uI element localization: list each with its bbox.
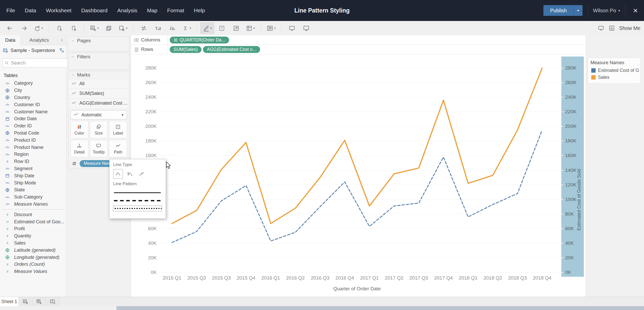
- line-type-jump-button[interactable]: [137, 169, 146, 179]
- dropdown-caret-icon[interactable]: ▾: [97, 26, 99, 30]
- field-longitude-generated[interactable]: Longitude (generated): [0, 254, 66, 261]
- columns-shelf[interactable]: Columns QUARTER(Order Da...: [131, 35, 586, 45]
- line-pattern-solid-option[interactable]: [113, 191, 162, 194]
- field-ship-mode[interactable]: AbcShip Mode: [0, 179, 66, 186]
- toolbar-back-button[interactable]: [3, 23, 17, 34]
- toolbar-presentation-mode-button[interactable]: [299, 23, 313, 34]
- field-region[interactable]: AbcRegion: [0, 151, 66, 158]
- toolbar-text-label-button[interactable]: T: [215, 23, 229, 34]
- collapse-chevron-icon[interactable]: [71, 39, 75, 43]
- field-country[interactable]: Country: [0, 94, 66, 101]
- marks-target-agg-estimated-cost[interactable]: AGG(Estimated Cost ...: [68, 98, 129, 108]
- marks-target-sum-sales[interactable]: SUM(Sales): [68, 88, 129, 98]
- toolbar-forward-button[interactable]: [17, 23, 31, 34]
- toolbar-redo-button[interactable]: ▾: [31, 23, 45, 34]
- dropdown-caret-icon[interactable]: ▾: [274, 26, 276, 30]
- menu-analysis[interactable]: Analysis: [112, 0, 142, 21]
- collapse-chevron-icon[interactable]: [71, 55, 75, 59]
- field-state[interactable]: State: [0, 186, 66, 194]
- dropdown-caret-icon[interactable]: ▾: [41, 26, 43, 30]
- close-icon[interactable]: ×: [630, 6, 640, 15]
- new-story-button[interactable]: [46, 297, 59, 306]
- field-customer-id[interactable]: AbcCustomer ID: [0, 101, 66, 108]
- toolbar-clear-sheet-button[interactable]: ▾: [116, 23, 130, 34]
- toolbar-show-hide-cards-button[interactable]: ▾: [264, 23, 278, 34]
- plot-area[interactable]: [131, 54, 586, 296]
- rows-pill[interactable]: SUM(Sales): [170, 46, 201, 53]
- menu-map[interactable]: Map: [142, 0, 162, 21]
- line-type-step-button[interactable]: [125, 169, 135, 179]
- tooltip-button[interactable]: Tooltip: [90, 140, 108, 157]
- device-preview-icon[interactable]: [598, 25, 604, 31]
- color-legend[interactable]: Measure Names Estimated Cost of Go...Sal…: [588, 58, 641, 84]
- menu-help[interactable]: Help: [189, 0, 210, 21]
- new-dashboard-button[interactable]: [32, 297, 46, 306]
- field-product-name[interactable]: AbcProduct Name: [0, 144, 66, 151]
- user-menu[interactable]: Wilson Po▾: [593, 8, 620, 14]
- field-orders-count[interactable]: #Orders (Count): [0, 261, 66, 268]
- tab-data[interactable]: Data: [0, 35, 20, 45]
- toolbar-fit-annotate-button[interactable]: [229, 23, 243, 34]
- field-city[interactable]: City: [0, 87, 66, 94]
- search-input[interactable]: [10, 60, 71, 66]
- dropdown-caret-icon[interactable]: ▾: [253, 26, 255, 30]
- size-button[interactable]: Size: [90, 121, 108, 138]
- toolbar-totals-button[interactable]: Σ▾: [180, 23, 194, 34]
- field-sales[interactable]: #Sales: [0, 240, 66, 247]
- legend-item[interactable]: Estimated Cost of Go...: [588, 67, 641, 74]
- field-measure-names[interactable]: AbcMeasure Names: [0, 201, 66, 208]
- toolbar-sort-ascending-button[interactable]: [151, 23, 165, 34]
- rows-pill[interactable]: AGG(Estimated Cost o...: [203, 46, 260, 53]
- dropdown-caret-icon[interactable]: ▾: [190, 26, 191, 30]
- dropdown-caret-icon[interactable]: ▾: [126, 26, 127, 30]
- field-discount[interactable]: #Discount: [0, 211, 66, 218]
- menu-format[interactable]: Format: [162, 0, 189, 21]
- field-customer-name[interactable]: AbcCustomer Name: [0, 108, 66, 115]
- field-row-id[interactable]: #Row ID: [0, 158, 66, 165]
- menu-file[interactable]: File: [2, 0, 20, 21]
- toolbar-new-worksheet-button[interactable]: ▾: [87, 23, 101, 34]
- field-postal-code[interactable]: Postal Code: [0, 130, 66, 137]
- field-estimated-cost-of-goo[interactable]: #=Estimated Cost of Goo...: [0, 218, 66, 225]
- menu-dashboard[interactable]: Dashboard: [76, 0, 112, 21]
- collapse-chevron-icon[interactable]: [71, 73, 75, 77]
- menu-data[interactable]: Data: [20, 0, 41, 21]
- toolbar-pause-auto-updates-button[interactable]: [67, 23, 80, 34]
- path-button[interactable]: Path: [109, 140, 127, 157]
- label-button[interactable]: TLabel: [109, 121, 127, 138]
- field-ship-date[interactable]: Ship Date: [0, 172, 66, 179]
- publish-dropdown-caret-icon[interactable]: ▾: [574, 5, 583, 16]
- field-profit[interactable]: #Profit: [0, 225, 66, 232]
- field-order-id[interactable]: AbcOrder ID: [0, 123, 66, 130]
- series-estimated-cost-of-goods-sold[interactable]: [172, 130, 542, 242]
- collapse-pane-button[interactable]: [58, 35, 66, 45]
- field-category[interactable]: AbcCategory: [0, 80, 66, 87]
- tab-analytics[interactable]: Analytics: [20, 35, 58, 45]
- datasource-row[interactable]: Sample - Superstore: [0, 45, 66, 56]
- show-me-icon[interactable]: [608, 25, 615, 31]
- field-quantity[interactable]: #Quantity: [0, 232, 66, 240]
- columns-pill[interactable]: QUARTER(Order Da...: [170, 37, 229, 43]
- mark-type-select[interactable]: Automatic ▼: [70, 110, 127, 119]
- toolbar-borders-button[interactable]: ▾: [243, 23, 257, 34]
- tab-sheet-1[interactable]: Sheet 1: [0, 297, 19, 306]
- horizontal-scrollbar[interactable]: [116, 306, 644, 310]
- line-chart[interactable]: 0K20K40K60K80K100K120K140K160K180K200K22…: [131, 54, 586, 297]
- detail-button[interactable]: Detail: [70, 140, 88, 157]
- field-measure-values[interactable]: #Measure Values: [0, 268, 66, 275]
- publish-button[interactable]: Publish ▾: [543, 5, 583, 16]
- field-latitude-generated[interactable]: Latitude (generated): [0, 247, 66, 254]
- new-worksheet-tab-button[interactable]: [19, 297, 32, 306]
- toolbar-highlight-button[interactable]: ▾: [200, 23, 214, 34]
- field-product-id[interactable]: AbcProduct ID: [0, 137, 66, 144]
- toolbar-sort-descending-button[interactable]: [165, 23, 179, 34]
- menu-worksheet[interactable]: Worksheet: [41, 0, 76, 21]
- marks-target-all[interactable]: All: [68, 79, 129, 88]
- legend-item[interactable]: Sales: [588, 74, 641, 81]
- toolbar-duplicate-button[interactable]: [102, 23, 115, 34]
- series-sales[interactable]: [172, 68, 542, 224]
- field-order-date[interactable]: Order Date: [0, 115, 66, 123]
- toolbar-swap-axes-button[interactable]: [137, 23, 151, 34]
- toolbar-new-data-source-button[interactable]: [52, 23, 66, 34]
- toolbar-device-preview-button[interactable]: [285, 23, 299, 34]
